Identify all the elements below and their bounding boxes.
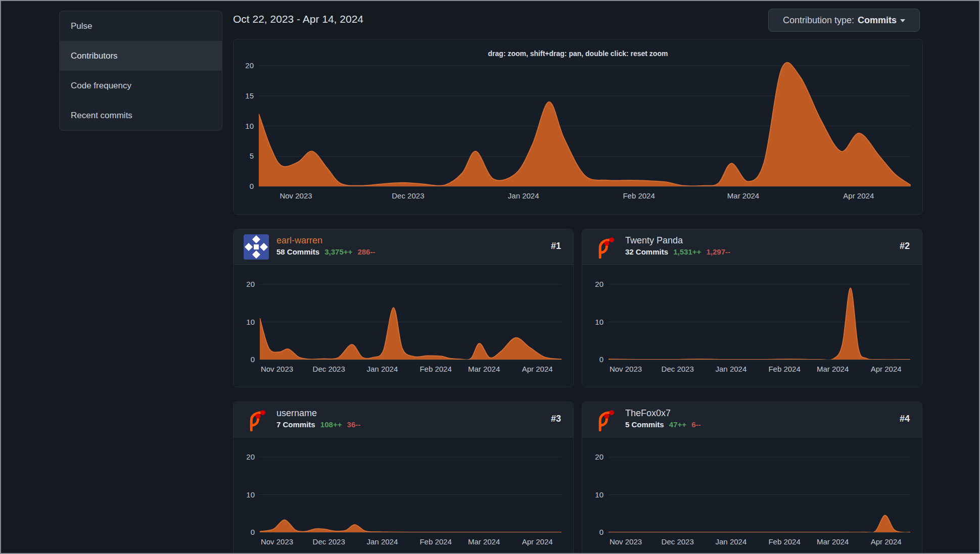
contributor-card-header: earl-warren 58 Commits 3,375++ 286-- #1 (234, 229, 573, 265)
svg-text:Apr 2024: Apr 2024 (871, 365, 902, 373)
svg-text:Dec 2023: Dec 2023 (662, 365, 694, 373)
additions-count: 1,531++ (673, 247, 701, 256)
additions-count: 47++ (669, 420, 686, 429)
svg-text:Apr 2024: Apr 2024 (843, 191, 874, 200)
svg-text:Nov 2023: Nov 2023 (279, 191, 312, 200)
contributor-card-header: Twenty Panda 32 Commits 1,531++ 1,297-- … (582, 229, 922, 265)
svg-text:10: 10 (245, 122, 254, 130)
svg-text:20: 20 (595, 280, 603, 288)
rank-badge: #2 (900, 241, 910, 251)
svg-text:20: 20 (246, 452, 255, 461)
sidebar-item-pulse[interactable]: Pulse (60, 11, 222, 41)
svg-text:0: 0 (250, 182, 254, 190)
commit-count: 32 Commits (625, 247, 668, 256)
svg-text:Dec 2023: Dec 2023 (313, 537, 345, 546)
contributor-name-link[interactable]: username (276, 408, 360, 419)
contribution-type-dropdown[interactable]: Contribution type: Commits (768, 9, 920, 32)
svg-text:Mar 2024: Mar 2024 (468, 537, 500, 546)
svg-text:20: 20 (595, 452, 603, 461)
deletions-count: 1,297-- (706, 247, 730, 256)
svg-text:20: 20 (246, 280, 255, 288)
svg-text:Nov 2023: Nov 2023 (261, 365, 293, 373)
contributor-commits-chart[interactable]: 01020Nov 2023Dec 2023Jan 2024Feb 2024Mar… (582, 265, 923, 388)
contributor-card: earl-warren 58 Commits 3,375++ 286-- #1 … (233, 229, 574, 387)
avatar[interactable] (592, 407, 618, 432)
svg-text:Feb 2024: Feb 2024 (768, 365, 800, 373)
activity-sidebar: Pulse Contributors Code frequency Recent… (59, 11, 222, 131)
svg-text:15: 15 (245, 91, 254, 100)
deletions-count: 6-- (691, 420, 701, 429)
svg-text:Apr 2024: Apr 2024 (522, 537, 553, 546)
svg-text:0: 0 (251, 355, 255, 364)
svg-text:Feb 2024: Feb 2024 (419, 537, 451, 546)
svg-text:Mar 2024: Mar 2024 (727, 191, 759, 200)
commit-count: 5 Commits (625, 420, 664, 429)
contributor-commits-chart[interactable]: 01020Nov 2023Dec 2023Jan 2024Feb 2024Mar… (234, 437, 574, 554)
svg-text:Apr 2024: Apr 2024 (871, 537, 902, 546)
svg-text:Jan 2024: Jan 2024 (367, 365, 398, 373)
contributor-name-link[interactable]: Twenty Panda (625, 235, 730, 246)
svg-text:Feb 2024: Feb 2024 (623, 191, 655, 200)
contributor-card: username 7 Commits 108++ 36-- #3 01020No… (233, 401, 574, 554)
svg-text:Nov 2023: Nov 2023 (610, 365, 642, 373)
avatar[interactable] (244, 407, 269, 432)
rank-badge: #1 (551, 241, 561, 251)
contributor-name-link[interactable]: earl-warren (276, 235, 375, 246)
contributor-stats: 58 Commits 3,375++ 286-- (276, 247, 375, 257)
svg-text:0: 0 (251, 528, 255, 536)
svg-text:Jan 2024: Jan 2024 (716, 365, 747, 373)
avatar[interactable] (244, 234, 269, 260)
svg-text:Jan 2024: Jan 2024 (716, 537, 747, 546)
contributor-card: TheFox0x7 5 Commits 47++ 6-- #4 01020Nov… (582, 401, 922, 554)
contributor-stats: 5 Commits 47++ 6-- (625, 420, 701, 429)
svg-text:10: 10 (595, 490, 603, 499)
svg-text:10: 10 (246, 490, 255, 499)
chevron-down-icon (900, 19, 905, 22)
contribution-type-value: Commits (858, 15, 897, 26)
svg-text:5: 5 (250, 152, 254, 160)
avatar[interactable] (592, 234, 618, 260)
svg-text:0: 0 (599, 355, 603, 364)
deletions-count: 286-- (357, 247, 375, 256)
contributor-commits-chart[interactable]: 01020Nov 2023Dec 2023Jan 2024Feb 2024Mar… (234, 265, 574, 388)
svg-text:Jan 2024: Jan 2024 (508, 191, 539, 200)
commits-overview-card: drag: zoom, shift+drag: pan, double clic… (233, 39, 923, 215)
svg-text:Mar 2024: Mar 2024 (468, 365, 500, 373)
svg-text:20: 20 (245, 61, 254, 70)
commits-over-time-chart[interactable]: 05101520Nov 2023Dec 2023Jan 2024Feb 2024… (234, 39, 923, 215)
contributor-commits-chart[interactable]: 01020Nov 2023Dec 2023Jan 2024Feb 2024Mar… (582, 437, 923, 554)
contributor-card-header: username 7 Commits 108++ 36-- #3 (234, 402, 573, 437)
svg-text:Feb 2024: Feb 2024 (419, 365, 451, 373)
svg-text:Nov 2023: Nov 2023 (261, 537, 293, 546)
sidebar-item-code-frequency[interactable]: Code frequency (60, 71, 222, 100)
deletions-count: 36-- (347, 420, 361, 429)
rank-badge: #3 (551, 414, 561, 424)
svg-text:Mar 2024: Mar 2024 (817, 537, 849, 546)
contributor-card: Twenty Panda 32 Commits 1,531++ 1,297-- … (582, 229, 922, 387)
additions-count: 3,375++ (324, 247, 352, 256)
commit-count: 58 Commits (276, 247, 319, 256)
sidebar-item-contributors[interactable]: Contributors (60, 41, 222, 71)
activity-contributors-page: Pulse Contributors Code frequency Recent… (0, 0, 980, 554)
svg-text:0: 0 (599, 528, 603, 536)
commit-count: 7 Commits (276, 420, 315, 429)
svg-text:10: 10 (595, 318, 603, 326)
chart-zoom-hint: drag: zoom, shift+drag: pan, double clic… (234, 49, 922, 58)
date-range-title: Oct 22, 2023 - Apr 14, 2024 (233, 13, 363, 25)
svg-text:Mar 2024: Mar 2024 (817, 365, 849, 373)
contributor-card-header: TheFox0x7 5 Commits 47++ 6-- #4 (582, 402, 922, 437)
svg-text:Nov 2023: Nov 2023 (610, 537, 642, 546)
svg-text:Dec 2023: Dec 2023 (662, 537, 694, 546)
rank-badge: #4 (900, 414, 910, 424)
additions-count: 108++ (320, 420, 342, 429)
contributor-stats: 7 Commits 108++ 36-- (276, 420, 360, 429)
svg-text:10: 10 (246, 318, 255, 326)
contributor-stats: 32 Commits 1,531++ 1,297-- (625, 247, 730, 257)
svg-text:Dec 2023: Dec 2023 (313, 365, 345, 373)
contributor-name-link[interactable]: TheFox0x7 (625, 408, 701, 419)
svg-text:Dec 2023: Dec 2023 (392, 191, 424, 200)
svg-text:Apr 2024: Apr 2024 (522, 365, 553, 373)
svg-text:Jan 2024: Jan 2024 (367, 537, 398, 546)
svg-text:Feb 2024: Feb 2024 (768, 537, 800, 546)
sidebar-item-recent-commits[interactable]: Recent commits (60, 100, 222, 130)
